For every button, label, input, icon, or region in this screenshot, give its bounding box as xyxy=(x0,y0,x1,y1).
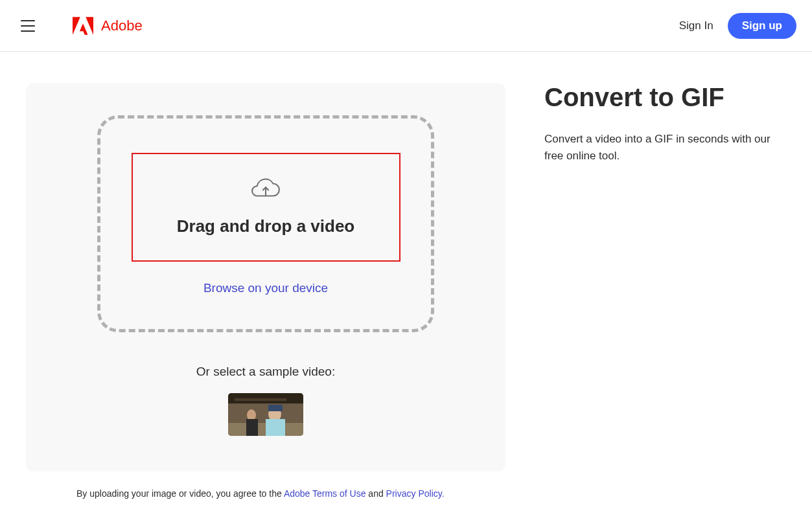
upload-panel: Drag and drop a video Browse on your dev… xyxy=(26,83,505,471)
drop-zone[interactable]: Drag and drop a video Browse on your dev… xyxy=(97,115,434,332)
brand[interactable]: Adobe xyxy=(73,17,143,35)
drop-text: Drag and drop a video xyxy=(177,216,355,236)
svg-rect-11 xyxy=(235,398,286,401)
sample-video-thumbnail[interactable] xyxy=(228,393,303,436)
sample-prompt: Or select a sample video: xyxy=(196,365,335,379)
header: Adobe Sign In Sign up xyxy=(0,0,812,52)
sign-up-button[interactable]: Sign up xyxy=(728,13,796,39)
drop-highlight-box: Drag and drop a video xyxy=(132,153,400,262)
page-title: Convert to GIF xyxy=(544,83,791,111)
sign-in-link[interactable]: Sign In xyxy=(679,19,713,32)
sample-section: Or select a sample video: xyxy=(196,365,335,436)
privacy-link[interactable]: Privacy Policy. xyxy=(386,488,445,499)
svg-rect-10 xyxy=(246,419,258,436)
legal-mid: and xyxy=(365,488,386,499)
page-description: Convert a video into a GIF in seconds wi… xyxy=(544,131,791,165)
legal-prefix: By uploading your image or video, you ag… xyxy=(76,488,284,499)
menu-icon[interactable] xyxy=(21,20,35,32)
svg-rect-8 xyxy=(268,405,283,411)
svg-rect-7 xyxy=(266,419,285,436)
adobe-logo-icon xyxy=(73,17,93,35)
svg-marker-0 xyxy=(86,17,93,35)
content: Drag and drop a video Browse on your dev… xyxy=(0,52,812,471)
browse-device-link[interactable]: Browse on your device xyxy=(203,281,328,295)
header-right: Sign In Sign up xyxy=(679,13,796,39)
legal-note: By uploading your image or video, you ag… xyxy=(76,488,812,499)
header-left: Adobe xyxy=(16,17,143,35)
upload-cloud-icon xyxy=(251,177,281,202)
terms-link[interactable]: Adobe Terms of Use xyxy=(284,488,366,499)
brand-name: Adobe xyxy=(101,17,143,34)
svg-marker-2 xyxy=(80,23,88,34)
info-panel: Convert to GIF Convert a video into a GI… xyxy=(544,83,791,471)
svg-marker-1 xyxy=(73,17,80,35)
